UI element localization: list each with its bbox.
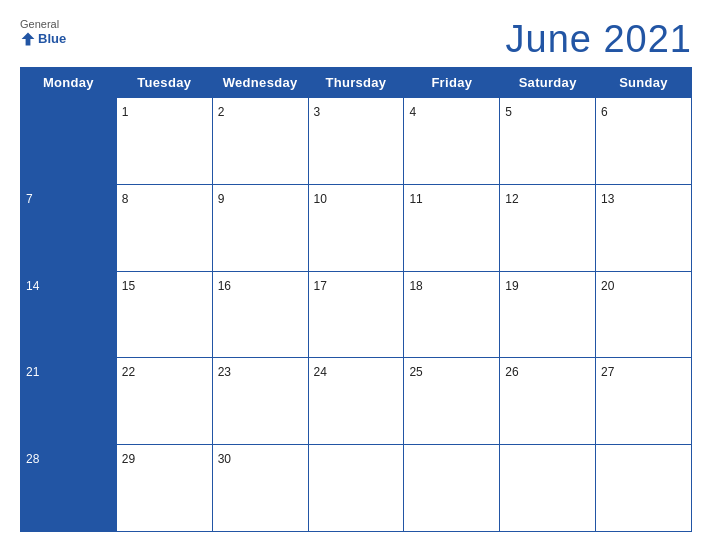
day-number: 17 [314,279,327,293]
day-number: 11 [409,192,422,206]
calendar-table: MondayTuesdayWednesdayThursdayFridaySatu… [20,67,692,532]
calendar-day-cell: 10 [308,184,404,271]
calendar-week-row: 21222324252627 [21,358,692,445]
calendar-day-cell: 21 [21,358,117,445]
calendar-day-cell: 5 [500,98,596,185]
calendar-day-cell: 3 [308,98,404,185]
calendar-day-cell: 11 [404,184,500,271]
day-number: 19 [505,279,518,293]
day-number: 9 [218,192,225,206]
calendar-day-cell: 16 [212,271,308,358]
calendar-day-cell: 18 [404,271,500,358]
day-number: 15 [122,279,135,293]
svg-marker-0 [22,33,35,46]
day-number: 24 [314,365,327,379]
day-number: 30 [218,452,231,466]
calendar-day-header: Tuesday [116,68,212,98]
calendar-day-cell: 9 [212,184,308,271]
day-number: 5 [505,105,512,119]
calendar-day-cell: 12 [500,184,596,271]
calendar-day-cell: 8 [116,184,212,271]
calendar-day-cell: 1 [116,98,212,185]
day-number: 20 [601,279,614,293]
day-number: 18 [409,279,422,293]
calendar-week-row: 78910111213 [21,184,692,271]
calendar-day-header: Saturday [500,68,596,98]
logo: General Blue [20,18,66,47]
calendar-day-header: Thursday [308,68,404,98]
calendar-day-cell [596,445,692,532]
day-number: 16 [218,279,231,293]
day-number: 14 [26,279,39,293]
calendar-week-row: 123456 [21,98,692,185]
calendar-day-cell: 2 [212,98,308,185]
calendar-day-cell: 26 [500,358,596,445]
day-number: 13 [601,192,614,206]
day-number: 2 [218,105,225,119]
calendar-day-header: Sunday [596,68,692,98]
day-number: 1 [122,105,129,119]
day-number: 7 [26,192,33,206]
calendar-day-cell [21,98,117,185]
calendar-day-cell: 29 [116,445,212,532]
calendar-day-cell: 4 [404,98,500,185]
logo-bird-icon [20,31,36,47]
calendar-week-row: 282930 [21,445,692,532]
logo-blue-text: Blue [20,31,66,47]
calendar-day-cell: 24 [308,358,404,445]
calendar-day-cell: 15 [116,271,212,358]
calendar-day-cell: 22 [116,358,212,445]
calendar-day-cell: 17 [308,271,404,358]
logo-general-text: General [20,18,59,31]
calendar-header-row: MondayTuesdayWednesdayThursdayFridaySatu… [21,68,692,98]
month-title: June 2021 [506,18,693,61]
day-number: 8 [122,192,129,206]
calendar-day-cell: 25 [404,358,500,445]
day-number: 28 [26,452,39,466]
day-number: 10 [314,192,327,206]
calendar-day-cell: 23 [212,358,308,445]
calendar-day-cell: 20 [596,271,692,358]
calendar-day-cell [308,445,404,532]
calendar-day-header: Friday [404,68,500,98]
calendar-day-cell: 6 [596,98,692,185]
calendar-day-cell: 30 [212,445,308,532]
day-number: 3 [314,105,321,119]
calendar-day-cell: 27 [596,358,692,445]
calendar-week-row: 14151617181920 [21,271,692,358]
day-number: 4 [409,105,416,119]
calendar-day-cell: 13 [596,184,692,271]
header: General Blue June 2021 [20,18,692,61]
calendar-day-cell [500,445,596,532]
calendar-day-cell: 14 [21,271,117,358]
calendar-day-cell: 28 [21,445,117,532]
calendar-day-cell [404,445,500,532]
calendar-day-cell: 19 [500,271,596,358]
calendar-day-header: Wednesday [212,68,308,98]
day-number: 25 [409,365,422,379]
day-number: 26 [505,365,518,379]
day-number: 21 [26,365,39,379]
day-number: 12 [505,192,518,206]
day-number: 23 [218,365,231,379]
day-number: 6 [601,105,608,119]
calendar-day-header: Monday [21,68,117,98]
calendar-day-cell: 7 [21,184,117,271]
day-number: 29 [122,452,135,466]
day-number: 22 [122,365,135,379]
day-number: 27 [601,365,614,379]
